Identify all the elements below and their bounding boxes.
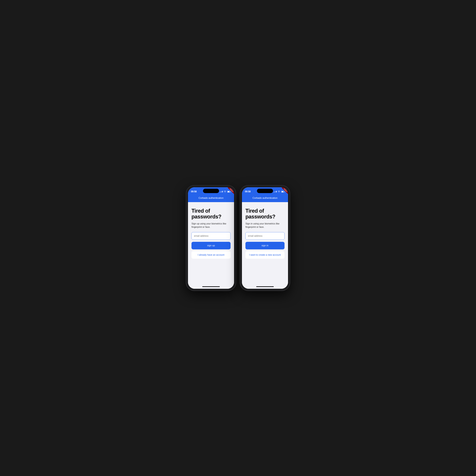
signin-button[interactable]: sign in xyxy=(245,242,285,249)
status-time-signin: 09:58 xyxy=(245,190,251,193)
email-input-signup[interactable] xyxy=(191,232,231,240)
home-bar-signin xyxy=(256,286,274,287)
subtitle-signin: Sign in using your biometrics like finge… xyxy=(245,222,285,229)
phone-screen-signup: 09:58 xyxy=(188,187,234,289)
nav-title-signup: Corbado authentication xyxy=(199,197,223,200)
phone-signin: 09:58 xyxy=(240,186,290,290)
home-indicator-signin xyxy=(242,284,288,289)
content-signup: Tired of passwords? Sign up using your b… xyxy=(188,202,234,284)
debug-badge-signup xyxy=(225,187,234,196)
debug-badge-signin xyxy=(279,187,288,196)
signup-button[interactable]: sign up xyxy=(191,242,231,249)
dynamic-island-signin xyxy=(257,189,273,193)
headline-signup: Tired of passwords? xyxy=(191,208,231,220)
already-have-account-button[interactable]: I already have an account xyxy=(191,251,231,259)
status-time-signup: 09:58 xyxy=(191,190,197,193)
signal-icon-signin xyxy=(273,191,277,192)
subtitle-signup: Sign up using your biometrics like finge… xyxy=(191,222,231,229)
home-indicator-signup xyxy=(188,284,234,289)
phone-signup: 09:58 xyxy=(186,186,236,290)
dynamic-island-signup xyxy=(203,189,219,193)
headline-signin: Tired of passwords? xyxy=(245,208,285,220)
signal-icon-signup xyxy=(220,191,223,192)
nav-title-signin: Corbado authentication xyxy=(253,197,277,200)
content-signin: Tired of passwords? Sign in using your b… xyxy=(242,202,288,284)
phones-container: 09:58 xyxy=(186,186,290,290)
phone-screen-signin: 09:58 xyxy=(242,187,288,289)
home-bar-signup xyxy=(202,286,220,287)
create-account-button[interactable]: I want to create a new account xyxy=(245,251,285,259)
email-input-signin[interactable] xyxy=(245,232,285,240)
